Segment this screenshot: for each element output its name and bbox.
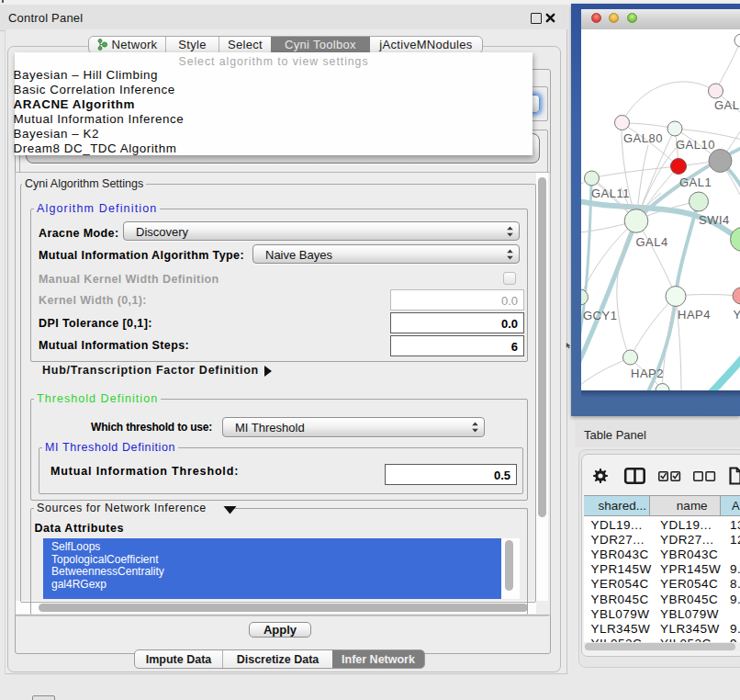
svg-text:SWI4: SWI4 <box>699 213 730 227</box>
svg-text:GCY1: GCY1 <box>583 309 617 322</box>
svg-text:GAL10: GAL10 <box>676 138 715 152</box>
svg-text:Y: Y <box>734 308 740 322</box>
svg-text:GAL2: GAL2 <box>714 98 740 112</box>
svg-text:GAL80: GAL80 <box>623 131 663 145</box>
svg-text:HAP2: HAP2 <box>631 367 664 380</box>
svg-text:HAP4: HAP4 <box>678 308 711 322</box>
svg-text:GAL1: GAL1 <box>679 175 712 189</box>
svg-text:GAL11: GAL11 <box>591 186 630 200</box>
svg-text:GAL4: GAL4 <box>636 235 668 249</box>
